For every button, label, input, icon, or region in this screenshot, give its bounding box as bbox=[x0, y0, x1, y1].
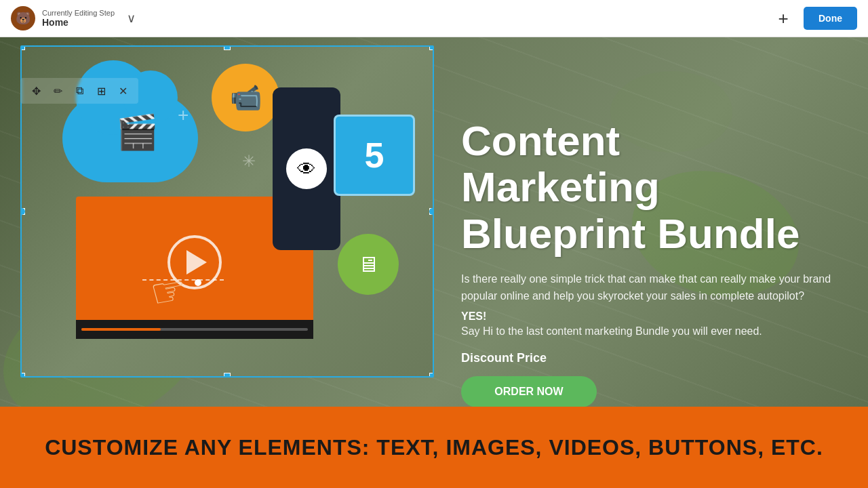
step-name: Home bbox=[42, 17, 115, 28]
star-decoration: ✳ bbox=[242, 152, 256, 171]
topbar-right: + Done bbox=[771, 6, 857, 30]
yes-text: YES! bbox=[461, 310, 841, 323]
done-button[interactable]: Done bbox=[804, 7, 857, 30]
edit-tool[interactable]: ✏ bbox=[49, 82, 66, 100]
say-hi-text: Say Hi to the last content marketing Bun… bbox=[461, 325, 841, 338]
orange-banner: CUSTOMIZE ANY ELEMENTS: TEXT, IMAGES, VI… bbox=[0, 407, 868, 488]
discount-label: Discount Price bbox=[461, 351, 841, 365]
monitor-circle: 🖥 bbox=[338, 234, 399, 295]
timer-box: 5 bbox=[334, 115, 415, 196]
description-text: Is there really one simple trick that ca… bbox=[461, 270, 841, 305]
add-button[interactable]: + bbox=[771, 6, 795, 30]
progress-fill bbox=[81, 328, 161, 331]
editing-info: Currently Editing Step Home bbox=[42, 9, 115, 28]
resize-handle-tm[interactable] bbox=[224, 45, 231, 50]
topbar-left: 🐻 Currently Editing Step Home ∨ bbox=[11, 6, 140, 30]
move-tool[interactable]: ✥ bbox=[27, 82, 45, 100]
layout-tool[interactable]: ⊞ bbox=[92, 82, 110, 100]
duplicate-tool[interactable]: ⧉ bbox=[71, 82, 88, 100]
player-bar bbox=[76, 320, 313, 339]
dark-device: 👁 bbox=[273, 87, 340, 250]
timer-number: 5 bbox=[365, 138, 384, 173]
title-line3: Blueprint Bundle bbox=[461, 210, 800, 257]
order-now-button[interactable]: ORDER NOW bbox=[461, 376, 597, 407]
progress-bar bbox=[81, 328, 308, 331]
topbar: 🐻 Currently Editing Step Home ∨ + Done bbox=[0, 0, 868, 37]
resize-handle-bl[interactable] bbox=[20, 373, 25, 378]
title-line1: Content bbox=[461, 117, 620, 164]
main-title: Content Marketing Blueprint Bundle bbox=[461, 118, 841, 257]
close-tool[interactable]: ✕ bbox=[114, 82, 132, 100]
title-line2: Marketing bbox=[461, 163, 660, 210]
dashed-dot bbox=[195, 279, 201, 286]
resize-handle-tr[interactable] bbox=[429, 45, 434, 50]
play-triangle bbox=[186, 250, 207, 274]
resize-handle-tl[interactable] bbox=[20, 45, 25, 50]
logo-emoji: 🐻 bbox=[16, 11, 31, 26]
currently-editing-label: Currently Editing Step bbox=[42, 9, 115, 17]
anchor-dot-right bbox=[429, 208, 434, 215]
device-eye: 👁 bbox=[286, 148, 327, 189]
banner-text: CUSTOMIZE ANY ELEMENTS: TEXT, IMAGES, VI… bbox=[45, 435, 823, 460]
plus-decoration: + bbox=[178, 104, 189, 126]
resize-handle-br[interactable] bbox=[429, 373, 434, 378]
resize-handle-bm[interactable] bbox=[224, 373, 231, 378]
camera-circle: 📹 bbox=[212, 64, 279, 131]
toolbar-strip: ✥ ✏ ⧉ ⊞ ✕ bbox=[20, 78, 138, 104]
dropdown-arrow[interactable]: ∨ bbox=[121, 9, 140, 28]
logo: 🐻 bbox=[11, 6, 35, 30]
film-icon: 🎬 bbox=[116, 113, 158, 152]
canvas: ☞ 🎬 📹 + ✳ 👁 5 bbox=[0, 37, 868, 488]
